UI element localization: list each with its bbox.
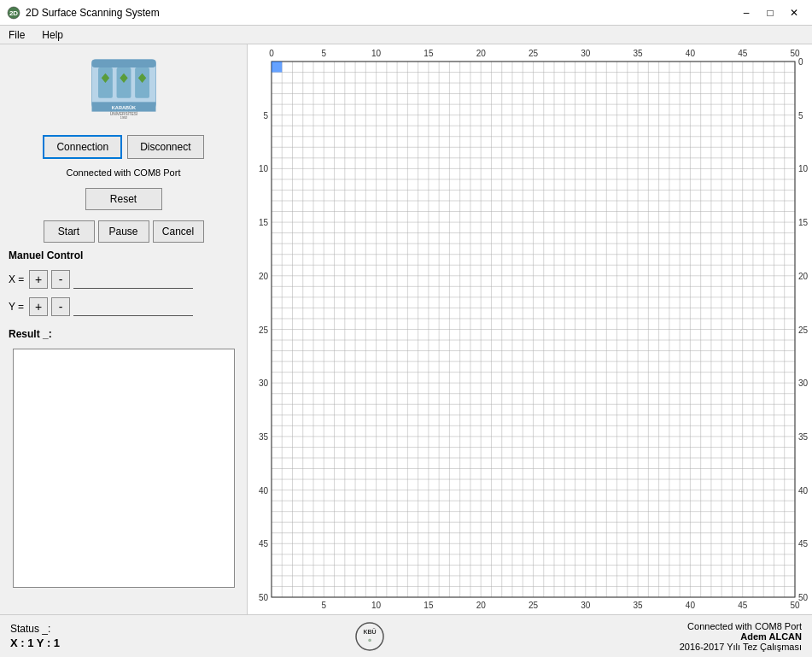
x-label: X = bbox=[9, 273, 26, 285]
y-minus-button[interactable]: - bbox=[51, 297, 70, 316]
connection-status-text: Connected with COM8 Port bbox=[67, 167, 181, 178]
minimize-button[interactable]: – bbox=[735, 4, 757, 21]
status-left: Status _: X : 1 Y : 1 bbox=[10, 623, 60, 649]
x-plus-button[interactable]: + bbox=[29, 270, 48, 289]
disconnect-button[interactable]: Disconnect bbox=[127, 135, 203, 159]
window-title: 2D Surface Scanning System bbox=[26, 7, 160, 19]
y-plus-button[interactable]: + bbox=[29, 297, 48, 316]
main-content: KARABÜK ÜNİVERSİTESİ 1992 Connection Dis… bbox=[0, 44, 812, 614]
svg-point-14 bbox=[356, 623, 383, 650]
x-control-row: X = + - bbox=[9, 270, 238, 289]
svg-text:⊗: ⊗ bbox=[368, 637, 371, 642]
university-logo: KARABÜK ÜNİVERSİTESİ 1992 bbox=[81, 56, 166, 120]
menu-bar: File Help bbox=[0, 26, 812, 44]
left-panel: KARABÜK ÜNİVERSİTESİ 1992 Connection Dis… bbox=[0, 44, 248, 614]
svg-text:1992: 1992 bbox=[120, 116, 126, 120]
x-minus-button[interactable]: - bbox=[51, 270, 70, 289]
year-label: 2016-2017 Yılı Tez Çalışması bbox=[680, 642, 802, 652]
title-bar: 2D 2D Surface Scanning System – □ ✕ bbox=[0, 0, 812, 26]
status-label: Status _: bbox=[10, 623, 60, 635]
grid-area bbox=[248, 44, 812, 614]
reset-button[interactable]: Reset bbox=[85, 188, 162, 210]
y-control-row: Y = + - bbox=[9, 297, 238, 316]
manuel-control-label: Manuel Control bbox=[9, 249, 238, 261]
connection-buttons: Connection Disconnect bbox=[43, 135, 203, 159]
coords-display: X : 1 Y : 1 bbox=[10, 636, 60, 649]
author-name: Adem ALCAN bbox=[740, 631, 802, 642]
result-box bbox=[13, 349, 235, 588]
grid-canvas bbox=[248, 44, 812, 614]
svg-text:2D: 2D bbox=[9, 9, 18, 17]
svg-rect-9 bbox=[91, 59, 155, 67]
pause-button[interactable]: Pause bbox=[98, 220, 149, 243]
status-logo: KBÜ ⊗ bbox=[354, 621, 385, 652]
result-label: Result _: bbox=[9, 328, 238, 340]
start-button[interactable]: Start bbox=[44, 220, 95, 243]
menu-help[interactable]: Help bbox=[33, 27, 72, 43]
app-icon: 2D bbox=[7, 6, 20, 20]
x-value-input[interactable] bbox=[73, 270, 193, 289]
status-right: Connected with COM8 Port Adem ALCAN 2016… bbox=[680, 621, 802, 652]
connection-status-bottom: Connected with COM8 Port bbox=[687, 621, 802, 631]
status-logo-icon: KBÜ ⊗ bbox=[354, 621, 385, 652]
y-label: Y = bbox=[9, 301, 26, 313]
connection-button[interactable]: Connection bbox=[43, 135, 122, 159]
restore-button[interactable]: □ bbox=[759, 4, 781, 21]
svg-text:KARABÜK: KARABÜK bbox=[111, 104, 135, 109]
cancel-button[interactable]: Cancel bbox=[153, 220, 204, 243]
menu-file[interactable]: File bbox=[0, 27, 33, 43]
logo-area: KARABÜK ÜNİVERSİTESİ 1992 bbox=[77, 53, 171, 121]
action-buttons: Start Pause Cancel bbox=[44, 220, 204, 243]
status-bar: Status _: X : 1 Y : 1 KBÜ ⊗ Connected wi… bbox=[0, 614, 812, 657]
y-value-input[interactable] bbox=[73, 297, 193, 316]
svg-text:KBÜ: KBÜ bbox=[363, 628, 376, 635]
close-button[interactable]: ✕ bbox=[783, 4, 805, 21]
